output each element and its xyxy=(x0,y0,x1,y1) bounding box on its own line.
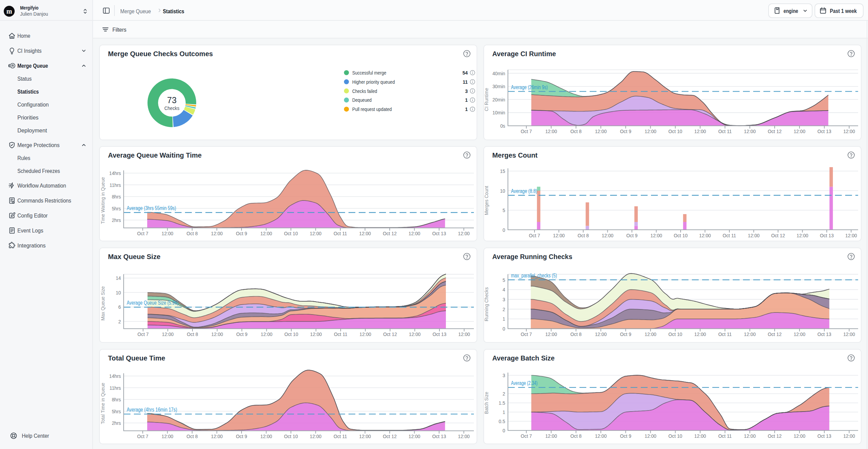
svg-text:Workflow Automation: Workflow Automation xyxy=(17,183,66,189)
svg-text:Home: Home xyxy=(17,33,30,39)
svg-text:12:00: 12:00 xyxy=(694,331,706,337)
svg-text:4: 4 xyxy=(502,287,505,292)
svg-text:10: 10 xyxy=(116,290,121,295)
svg-text:12:00: 12:00 xyxy=(260,230,272,236)
svg-text:Commands Restrictions: Commands Restrictions xyxy=(17,198,71,204)
svg-text:12:00: 12:00 xyxy=(744,331,756,337)
svg-text:Oct 10: Oct 10 xyxy=(284,230,298,236)
svg-text:12:00: 12:00 xyxy=(161,433,173,439)
svg-text:Oct 7: Oct 7 xyxy=(137,230,149,236)
svg-text:12:00: 12:00 xyxy=(602,232,614,238)
svg-text:12:00: 12:00 xyxy=(595,128,607,134)
svg-text:Statistics: Statistics xyxy=(163,9,184,14)
svg-text:Total Time in Queue: Total Time in Queue xyxy=(100,383,106,424)
svg-text:2: 2 xyxy=(118,319,121,324)
svg-text:Checks: Checks xyxy=(165,106,180,111)
svg-text:Oct 11: Oct 11 xyxy=(718,433,732,439)
svg-text:15: 15 xyxy=(500,168,505,174)
svg-text:Oct 11: Oct 11 xyxy=(334,230,347,236)
svg-text:11hrs: 11hrs xyxy=(110,385,121,391)
svg-text:max_parallel_checks (5): max_parallel_checks (5) xyxy=(511,273,557,279)
svg-text:Help Center: Help Center xyxy=(22,433,49,439)
svg-text:Oct 13: Oct 13 xyxy=(817,331,831,337)
svg-text:12:00: 12:00 xyxy=(211,331,223,337)
svg-text:12:00: 12:00 xyxy=(645,433,656,439)
svg-text:Oct 11: Oct 11 xyxy=(718,128,732,134)
svg-text:20min: 20min xyxy=(492,97,505,102)
svg-text:10: 10 xyxy=(500,188,505,194)
svg-text:0: 0 xyxy=(502,428,505,433)
svg-text:12:00: 12:00 xyxy=(310,331,322,337)
svg-text:Oct 8: Oct 8 xyxy=(578,232,589,238)
svg-text:Average (8.8): Average (8.8) xyxy=(511,188,537,194)
svg-text:Oct 10: Oct 10 xyxy=(668,331,682,337)
svg-text:Oct 12: Oct 12 xyxy=(383,331,397,337)
svg-text:Oct 7: Oct 7 xyxy=(137,433,149,439)
svg-text:Scheduled Freezes: Scheduled Freezes xyxy=(17,168,60,174)
svg-text:Dequeued: Dequeued xyxy=(352,97,372,103)
svg-text:12:00: 12:00 xyxy=(545,128,557,134)
svg-text:Oct 12: Oct 12 xyxy=(768,331,782,337)
svg-text:Oct 9: Oct 9 xyxy=(626,232,638,238)
svg-text:Batch Size: Batch Size xyxy=(483,392,489,414)
svg-text:Rules: Rules xyxy=(17,155,30,161)
svg-text:Configuration: Configuration xyxy=(17,102,49,108)
svg-text:Oct 7: Oct 7 xyxy=(529,232,540,238)
svg-text:40min: 40min xyxy=(492,70,505,76)
svg-text:Oct 11: Oct 11 xyxy=(723,232,736,238)
svg-text:Total Queue Time: Total Queue Time xyxy=(108,354,165,362)
svg-text:12:00: 12:00 xyxy=(645,331,656,337)
svg-text:12:00: 12:00 xyxy=(545,433,557,439)
svg-text:Average (3hrs 55min 59s): Average (3hrs 55min 59s) xyxy=(127,205,176,211)
svg-text:Julien Danjou: Julien Danjou xyxy=(20,11,48,17)
svg-text:Oct 9: Oct 9 xyxy=(236,230,247,236)
svg-text:0: 0 xyxy=(502,227,505,233)
svg-text:engine: engine xyxy=(784,8,798,14)
svg-text:Mergifyio: Mergifyio xyxy=(20,5,38,11)
svg-text:Oct 10: Oct 10 xyxy=(284,331,298,337)
svg-text:Checks failed: Checks failed xyxy=(352,88,377,94)
svg-text:Priorities: Priorities xyxy=(17,115,38,121)
svg-text:12:00: 12:00 xyxy=(796,232,808,238)
svg-text:Oct 10: Oct 10 xyxy=(284,433,298,439)
svg-text:12:00: 12:00 xyxy=(211,230,223,236)
svg-text:Oct 12: Oct 12 xyxy=(768,433,782,439)
svg-text:Oct 8: Oct 8 xyxy=(187,230,198,236)
svg-text:Higher priority queued: Higher priority queued xyxy=(352,79,395,85)
svg-text:12:00: 12:00 xyxy=(162,331,174,337)
svg-text:Oct 10: Oct 10 xyxy=(668,433,682,439)
svg-text:Running Checks: Running Checks xyxy=(483,287,489,321)
svg-text:Merges Count: Merges Count xyxy=(492,151,538,159)
svg-text:12:00: 12:00 xyxy=(748,232,760,238)
svg-text:Average (4hrs 16min 17s): Average (4hrs 16min 17s) xyxy=(127,407,177,413)
svg-text:12:00: 12:00 xyxy=(694,128,706,134)
svg-text:Oct 11: Oct 11 xyxy=(718,331,732,337)
svg-text:Oct 9: Oct 9 xyxy=(236,433,247,439)
svg-text:12:00: 12:00 xyxy=(211,433,223,439)
svg-text:5hrs: 5hrs xyxy=(112,206,121,211)
svg-text:Average (26min 9s): Average (26min 9s) xyxy=(511,84,548,90)
svg-text:14hrs: 14hrs xyxy=(109,373,121,379)
svg-text:8hrs: 8hrs xyxy=(112,194,121,199)
svg-text:2hrs: 2hrs xyxy=(112,420,121,426)
svg-text:Filters: Filters xyxy=(112,27,126,33)
svg-text:12:00: 12:00 xyxy=(359,230,371,236)
svg-text:Oct 7: Oct 7 xyxy=(521,433,532,439)
svg-text:12:00: 12:00 xyxy=(650,232,662,238)
svg-text:0s: 0s xyxy=(500,123,505,129)
svg-text:1: 1 xyxy=(502,316,505,322)
svg-text:3: 3 xyxy=(502,296,505,302)
svg-text:Oct 9: Oct 9 xyxy=(620,128,631,134)
svg-text:12:00: 12:00 xyxy=(645,128,656,134)
svg-text:Oct 8: Oct 8 xyxy=(570,433,582,439)
svg-text:Oct 13: Oct 13 xyxy=(432,230,446,236)
svg-text:CI Insights: CI Insights xyxy=(17,48,42,54)
svg-text:Pull request updated: Pull request updated xyxy=(352,106,392,112)
svg-text:12:00: 12:00 xyxy=(744,433,756,439)
svg-text:CI Runtime: CI Runtime xyxy=(483,88,489,111)
svg-text:14: 14 xyxy=(116,275,121,281)
svg-text:6: 6 xyxy=(118,304,121,310)
svg-text:12:00: 12:00 xyxy=(310,433,322,439)
svg-text:2: 2 xyxy=(502,306,505,312)
svg-text:3: 3 xyxy=(502,372,505,378)
